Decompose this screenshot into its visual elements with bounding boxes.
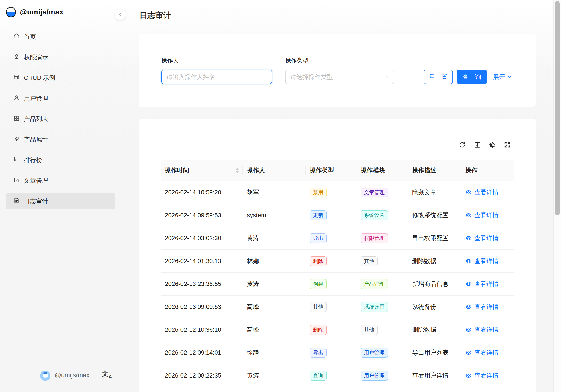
table-row: 2026-02-14 01:30:13 林娜 删除 其他 删除数据 查看详情 xyxy=(161,250,514,273)
column-header-time[interactable]: 操作时间 xyxy=(161,160,243,181)
view-detail-link[interactable]: 查看详情 xyxy=(465,371,499,380)
eye-icon xyxy=(465,327,472,333)
type-tag: 其他 xyxy=(310,302,326,312)
table-header-row: 操作时间 操作人 操作类型 操作模块 操作描述 操作 xyxy=(161,160,514,181)
sidebar-item-permission[interactable]: 权限演示 xyxy=(6,49,115,65)
scrollbar-thumb[interactable] xyxy=(555,1,560,215)
sidebar-item-articles[interactable]: 文章管理 xyxy=(6,172,115,189)
cell-action: 查看详情 xyxy=(462,364,514,387)
sidebar-item-crud[interactable]: CRUD 示例 xyxy=(6,70,115,86)
view-detail-link[interactable]: 查看详情 xyxy=(465,234,499,242)
view-detail-label: 查看详情 xyxy=(474,303,499,311)
cell-desc: 查看用户详情 xyxy=(408,364,462,387)
type-tag: 删除 xyxy=(310,325,326,335)
cell-time: 2026-02-12 08:22:35 xyxy=(161,364,243,387)
sidebar-item-ranking[interactable]: 排行榜 xyxy=(6,152,115,168)
cell-desc: 系统备份 xyxy=(408,296,462,318)
cell-operator: system xyxy=(243,204,305,227)
chevron-down-icon xyxy=(507,75,512,79)
cell-time: 2026-02-14 10:59:20 xyxy=(161,181,243,204)
cell-time: 2026-02-12 09:14:01 xyxy=(161,341,243,364)
table-toolbar xyxy=(459,141,511,148)
density-icon[interactable] xyxy=(474,141,481,148)
cell-type: 导出 xyxy=(305,227,356,250)
brand[interactable]: @umijs/max xyxy=(6,7,64,17)
brand-title: @umijs/max xyxy=(20,8,64,16)
sidebar-item-log-audit[interactable]: 日志审计 xyxy=(6,193,115,209)
view-detail-label: 查看详情 xyxy=(474,349,499,357)
sidebar-item-users[interactable]: 用户管理 xyxy=(6,90,115,106)
page-scrollbar[interactable] xyxy=(553,0,561,392)
sidebar-divider xyxy=(4,25,116,25)
module-tag: 系统设置 xyxy=(361,302,388,312)
sidebar-item-label: 日志审计 xyxy=(24,197,48,205)
view-detail-link[interactable]: 查看详情 xyxy=(465,280,499,288)
view-detail-link[interactable]: 查看详情 xyxy=(465,303,499,311)
module-tag: 其他 xyxy=(361,256,378,266)
chevron-left-icon xyxy=(118,12,122,17)
type-tag: 导出 xyxy=(310,233,326,243)
settings-gear-icon[interactable] xyxy=(489,141,496,148)
user-avatar[interactable] xyxy=(40,371,51,381)
cell-operator: 胡军 xyxy=(243,181,305,204)
sidebar-item-label: 文章管理 xyxy=(24,177,48,185)
view-detail-link[interactable]: 查看详情 xyxy=(465,257,499,265)
view-detail-link[interactable]: 查看详情 xyxy=(465,188,499,196)
query-button[interactable]: 查 询 xyxy=(457,70,487,84)
view-detail-link[interactable]: 查看详情 xyxy=(465,349,499,357)
page-title: 日志审计 xyxy=(140,10,171,21)
view-detail-link[interactable]: 查看详情 xyxy=(465,211,499,219)
cell-time: 2026-02-12 10:36:10 xyxy=(161,318,243,341)
cell-action: 查看详情 xyxy=(462,296,514,318)
tags-icon xyxy=(13,136,20,144)
filter-card: 操作人 操作类型 请选择操作类型 重 置 查 询 展开 xyxy=(139,34,536,107)
cell-action: 查看详情 xyxy=(462,227,514,250)
cell-type: 其他 xyxy=(305,296,356,318)
cell-desc: 导出用户列表 xyxy=(408,341,462,364)
cell-operator: 黄涛 xyxy=(243,364,305,387)
cell-time: 2026-02-13 09:00:53 xyxy=(161,296,243,318)
reload-icon[interactable] xyxy=(459,141,466,148)
reset-button[interactable]: 重 置 xyxy=(424,70,453,84)
file-text-icon xyxy=(13,197,20,205)
table-card: 操作时间 操作人 操作类型 操作模块 操作描述 操作 2026-02-14 10… xyxy=(139,119,536,392)
eye-icon xyxy=(465,212,472,218)
operator-label: 操作人 xyxy=(161,56,179,64)
sidebar-item-home[interactable]: 首页 xyxy=(6,29,115,45)
sidebar-item-products[interactable]: 产品列表 xyxy=(6,111,115,127)
cell-desc: 删除数据 xyxy=(408,250,462,272)
log-table: 操作时间 操作人 操作类型 操作模块 操作描述 操作 2026-02-14 10… xyxy=(161,160,514,387)
type-tag: 禁用 xyxy=(310,188,326,197)
cell-module: 产品管理 xyxy=(356,273,408,295)
type-label: 操作类型 xyxy=(285,56,309,64)
table-row: 2026-02-12 10:36:10 高峰 删除 其他 删除数据 查看详情 xyxy=(161,318,514,341)
cell-module: 其他 xyxy=(356,318,408,341)
type-select[interactable]: 请选择操作类型 xyxy=(285,70,394,84)
edit-icon xyxy=(13,177,20,185)
fullscreen-icon[interactable] xyxy=(504,141,511,148)
view-detail-link[interactable]: 查看详情 xyxy=(465,326,499,334)
cell-desc: 隐藏文章 xyxy=(408,181,462,204)
eye-icon xyxy=(465,235,472,241)
sort-icon[interactable] xyxy=(236,168,239,173)
cell-action: 查看详情 xyxy=(462,341,514,364)
chevron-down-icon xyxy=(385,75,389,79)
type-tag: 创建 xyxy=(310,279,326,289)
expand-toggle[interactable]: 展开 xyxy=(493,70,512,84)
module-tag: 用户管理 xyxy=(361,371,388,381)
sidebar-item-label: 首页 xyxy=(24,33,36,41)
translate-icon[interactable]: 文A xyxy=(102,370,112,380)
cell-time: 2026-02-14 03:02:30 xyxy=(161,227,243,250)
view-detail-label: 查看详情 xyxy=(474,280,499,288)
cell-desc: 新增商品信息 xyxy=(408,273,462,295)
table-row: 2026-02-13 09:00:53 高峰 其他 系统设置 系统备份 查看详情 xyxy=(161,296,514,318)
sidebar-item-attributes[interactable]: 产品属性 xyxy=(6,131,115,148)
cell-time: 2026-02-13 23:36:55 xyxy=(161,273,243,295)
cell-type: 导出 xyxy=(305,341,356,364)
user-icon xyxy=(13,94,20,103)
sidebar-item-label: 产品属性 xyxy=(24,136,48,144)
operator-input[interactable] xyxy=(161,70,272,84)
sidebar-item-label: 用户管理 xyxy=(24,94,48,103)
sidebar-collapse-button[interactable] xyxy=(115,9,126,20)
cell-module: 其他 xyxy=(356,250,408,272)
